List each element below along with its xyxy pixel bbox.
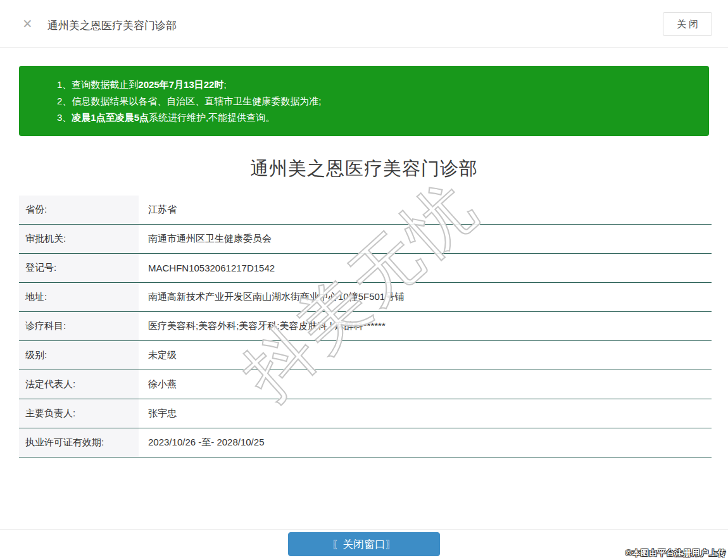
table-row: 审批机关: 南通市通州区卫生健康委员会 [19, 225, 712, 254]
notice-item-text: ; [223, 79, 226, 90]
row-value: 南通高新技术产业开发区南山湖水街商业中心10幢5F501号铺 [139, 283, 404, 311]
row-value: 南通市通州区卫生健康委员会 [139, 225, 272, 253]
close-x-icon[interactable]: × [23, 16, 32, 32]
detail-table: 省份: 江苏省 审批机关: 南通市通州区卫生健康委员会 登记号: MACHFN1… [19, 196, 712, 457]
table-row: 主要负责人: 张宇忠 [19, 399, 712, 428]
row-label: 执业许可证有效期: [19, 428, 139, 457]
row-label: 级别: [19, 341, 139, 370]
notice-item: 1、查询数据截止到2025年7月13日22时; [57, 77, 696, 93]
row-value: 医疗美容科;美容外科;美容牙科;美容皮肤科 | 麻醉科****** [139, 312, 386, 340]
row-value: MACHFN10532061217D1542 [139, 254, 275, 282]
row-label: 登记号: [19, 254, 139, 282]
header-bar: × 通州美之恩医疗美容门诊部 关 闭 [0, 0, 728, 48]
row-value: 徐小燕 [139, 370, 177, 399]
row-label: 诊疗科目: [19, 312, 139, 340]
row-label: 主要负责人: [19, 399, 139, 428]
row-value: 张宇忠 [139, 399, 177, 428]
table-row: 法定代表人: 徐小燕 [19, 370, 712, 399]
notice-item-text: 3、 [57, 112, 72, 123]
row-label: 地址: [19, 283, 139, 311]
row-label: 法定代表人: [19, 370, 139, 399]
row-value: 江苏省 [139, 196, 177, 224]
notice-item-text: 2、信息数据结果以各省、自治区、直辖市卫生健康委数据为准; [57, 96, 322, 106]
table-row: 诊疗科目: 医疗美容科;美容外科;美容牙科;美容皮肤科 | 麻醉科****** [19, 312, 712, 341]
notice-item-text: 1、查询数据截止到 [57, 79, 138, 90]
row-value: 未定级 [139, 341, 177, 370]
close-button[interactable]: 关 闭 [663, 12, 712, 36]
table-row: 登记号: MACHFN10532061217D1542 [19, 254, 712, 283]
notice-item: 3、凌晨1点至凌晨5点系统进行维护,不能提供查询。 [57, 109, 696, 126]
table-row: 执业许可证有效期: 2023/10/26 -至- 2028/10/25 [19, 428, 712, 457]
row-label: 审批机关: [19, 225, 139, 253]
row-label: 省份: [19, 196, 139, 224]
clinic-name-title: 通州美之恩医疗美容门诊部 [0, 156, 728, 182]
notice-banner: 1、查询数据截止到2025年7月13日22时; 2、信息数据结果以各省、自治区、… [19, 66, 709, 136]
table-row: 级别: 未定级 [19, 341, 712, 370]
credit-watermark: ©本图由平台注册用户上传 [625, 548, 726, 559]
notice-item-bold-text: 2025年7月13日22时 [138, 79, 223, 90]
table-row: 省份: 江苏省 [19, 196, 712, 225]
notice-item-bold-text: 凌晨1点至凌晨5点 [72, 112, 149, 123]
table-row: 地址: 南通高新技术产业开发区南山湖水街商业中心10幢5F501号铺 [19, 283, 712, 312]
close-window-button[interactable]: 〖关闭窗口〗 [288, 532, 440, 556]
footer-bar: 〖关闭窗口〗 [0, 529, 728, 560]
row-value: 2023/10/26 -至- 2028/10/25 [139, 428, 264, 457]
notice-item: 2、信息数据结果以各省、自治区、直辖市卫生健康委数据为准; [57, 93, 696, 109]
notice-item-text: 系统进行维护,不能提供查询。 [149, 112, 275, 123]
header-title: 通州美之恩医疗美容门诊部 [47, 18, 177, 33]
